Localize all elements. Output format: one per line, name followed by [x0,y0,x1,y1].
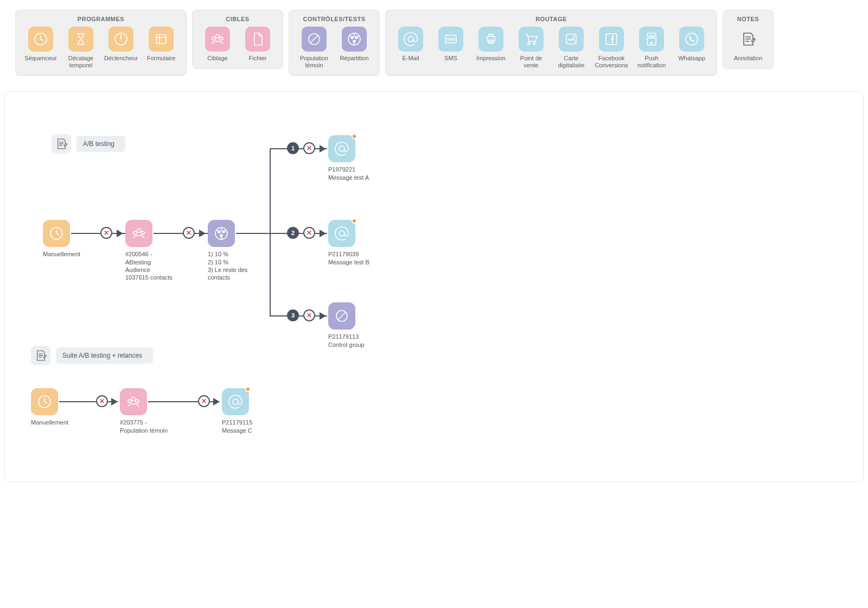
note-icon [31,346,50,365]
tool-label: Impression [476,55,506,62]
delete-marker[interactable]: ✕ [303,227,315,239]
at-icon [222,388,249,415]
node-label: #203775 - Population témoin [120,419,168,434]
node-label: Manuellement [31,419,68,426]
tool-annotation[interactable]: Annotation [730,27,767,62]
node-targeting-1[interactable]: #200546 - ABtesting Audience 1037615 con… [125,220,173,281]
tool-label: Séquenceur [24,55,56,62]
whatsapp-icon [679,27,704,52]
tool-whatsapp[interactable]: Whatsapp [673,27,710,69]
people-icon [125,220,152,247]
status-dot [245,387,251,392]
at-icon [328,135,355,162]
card-icon [559,27,584,52]
tool-label: Facebook Conversions [593,55,630,69]
branch-number-3: 3 [287,309,299,321]
arrowhead-icon [320,230,326,237]
toolbar-group-title: CIBLES [199,16,276,22]
tool-label: Whatsapp [678,55,705,62]
tool-label: Décalage temporel [62,55,99,69]
note-dark-icon [736,27,761,52]
tool-targeting[interactable]: Ciblage [199,27,236,62]
tool-file[interactable]: Fichier [239,27,276,62]
split-icon [342,27,367,52]
node-label: #200546 - ABtesting Audience 1037615 con… [125,250,173,281]
delete-marker[interactable]: ✕ [100,227,112,239]
toolbar-group-title: NOTES [730,16,767,22]
toolbar-group-programmes: PROGRAMMESSéquenceurDécalage temporelDéc… [15,10,187,76]
sms-icon [438,27,463,52]
people-icon [120,388,147,415]
arrowhead-icon [117,230,123,237]
arrowhead-icon [320,312,326,320]
delete-marker[interactable]: ✕ [183,227,195,239]
workflow-canvas: A/B testing Manuellement ✕ #200546 - ABt… [4,91,864,482]
tool-label: Fichier [248,55,266,62]
delete-marker[interactable]: ✕ [303,142,315,154]
node-sequencer-manual-1[interactable]: Manuellement [43,220,80,258]
delete-marker[interactable]: ✕ [198,395,210,407]
node-email-a[interactable]: P1979221 Message test A [328,135,369,181]
node-control-group[interactable]: P21179113 Control group [328,302,365,349]
note-icon [52,134,71,154]
people-icon [205,27,230,52]
tool-label: SMS [444,55,457,62]
tool-label: Point de vente [513,55,550,69]
delete-marker[interactable]: ✕ [303,309,315,321]
tool-digitized-card[interactable]: Carte digitalisée [553,27,590,69]
connector [236,233,271,234]
power-icon [108,27,133,52]
toolbar-group-contr-les-tests: CONTRÔLES/TESTSPopulation témoinRépartit… [289,10,380,76]
section-suite: Suite A/B testing + relances [31,346,153,365]
arrowhead-icon [111,398,118,406]
connector [59,401,118,402]
tool-time-offset[interactable]: Décalage temporel [62,27,99,69]
slash-circle-icon [302,27,327,52]
tool-split[interactable]: Répartition [336,27,373,69]
clock-icon [31,388,58,415]
tool-email[interactable]: E-Mail [392,27,429,69]
tool-facebook[interactable]: Facebook Conversions [593,27,630,69]
node-targeting-2[interactable]: #203775 - Population témoin [120,388,168,434]
slash-circle-icon [328,302,355,330]
node-split[interactable]: 1) 10 % 2) 10 % 3) Le reste des contacts [208,220,247,281]
tool-pos[interactable]: Point de vente [513,27,550,69]
tool-sms[interactable]: SMS [432,27,469,69]
at-icon [398,27,423,52]
branch-number-2: 2 [287,227,299,239]
node-label: P21179039 Message test B [328,250,369,266]
tool-form[interactable]: Formulaire [143,27,180,69]
node-label: 1) 10 % 2) 10 % 3) Le reste des contacts [208,250,247,281]
node-sequencer-manual-2[interactable]: Manuellement [31,388,68,426]
tool-label: Population témoin [296,55,333,69]
clock-icon [43,220,70,247]
node-email-b[interactable]: P21179039 Message test B [328,220,369,266]
section-title-ab: A/B testing [76,136,125,152]
tool-label: Carte digitalisée [553,55,590,69]
node-label: P1979221 Message test A [328,166,369,181]
tool-sequencer[interactable]: Séquenceur [22,27,59,69]
tool-label: Formulaire [147,55,176,62]
tool-label: Push notification [633,55,670,69]
node-label: P21179113 Control group [328,333,365,349]
at-icon [328,220,355,247]
tool-label: Annotation [734,55,763,62]
arrowhead-icon [213,398,220,406]
tool-print[interactable]: Impression [473,27,509,69]
tool-label: Ciblage [207,55,227,62]
arrowhead-icon [320,145,326,153]
toolbar-group-cibles: CIBLESCiblageFichier [192,10,283,69]
cart-icon [519,27,544,52]
node-email-c[interactable]: P21179115 Message C [222,388,252,434]
tool-control-pop[interactable]: Population témoin [296,27,333,69]
arrowhead-icon [199,230,206,237]
toolbar-group-routage: ROUTAGEE-MailSMSImpressionPoint de vente… [385,10,717,76]
tool-trigger[interactable]: Déclencheur [103,27,139,69]
section-title-suite: Suite A/B testing + relances [56,347,153,364]
delete-marker[interactable]: ✕ [96,395,108,407]
tool-push[interactable]: Push notification [633,27,670,69]
tool-label: E-Mail [402,55,419,62]
tool-label: Déclencheur [104,55,138,62]
node-label: P21179115 Message C [222,419,252,434]
form-icon [149,27,174,52]
